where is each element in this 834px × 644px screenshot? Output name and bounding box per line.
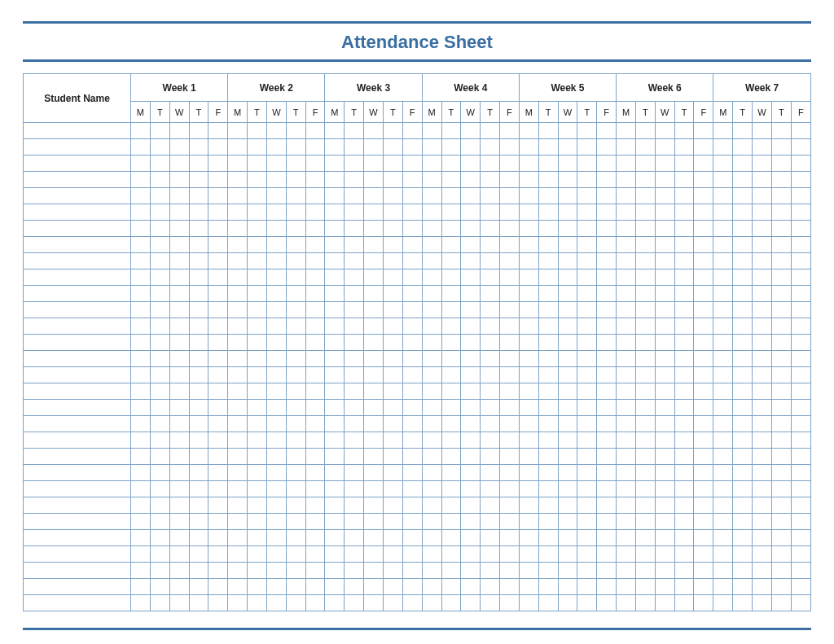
attendance-cell[interactable] xyxy=(577,432,597,449)
attendance-cell[interactable] xyxy=(461,335,481,351)
attendance-cell[interactable] xyxy=(635,221,655,237)
attendance-cell[interactable] xyxy=(266,269,286,286)
attendance-cell[interactable] xyxy=(383,400,402,416)
attendance-cell[interactable] xyxy=(208,123,228,139)
attendance-cell[interactable] xyxy=(305,579,325,595)
attendance-cell[interactable] xyxy=(169,465,189,481)
attendance-cell[interactable] xyxy=(286,595,305,611)
attendance-cell[interactable] xyxy=(131,351,151,367)
attendance-cell[interactable] xyxy=(694,367,713,383)
attendance-cell[interactable] xyxy=(481,253,500,269)
attendance-cell[interactable] xyxy=(305,253,325,269)
attendance-cell[interactable] xyxy=(753,595,772,611)
attendance-cell[interactable] xyxy=(345,335,364,351)
attendance-cell[interactable] xyxy=(383,514,402,530)
attendance-cell[interactable] xyxy=(617,497,636,514)
attendance-cell[interactable] xyxy=(286,335,305,351)
attendance-cell[interactable] xyxy=(248,269,267,286)
attendance-cell[interactable] xyxy=(617,253,636,269)
attendance-cell[interactable] xyxy=(345,367,364,383)
attendance-cell[interactable] xyxy=(771,595,791,611)
attendance-cell[interactable] xyxy=(733,172,753,188)
attendance-cell[interactable] xyxy=(771,579,791,595)
attendance-cell[interactable] xyxy=(402,188,422,204)
attendance-cell[interactable] xyxy=(248,579,267,595)
attendance-cell[interactable] xyxy=(305,546,325,563)
attendance-cell[interactable] xyxy=(753,400,772,416)
attendance-cell[interactable] xyxy=(364,204,384,221)
attendance-cell[interactable] xyxy=(228,530,248,546)
attendance-cell[interactable] xyxy=(674,432,694,449)
attendance-cell[interactable] xyxy=(655,204,674,221)
attendance-cell[interactable] xyxy=(597,302,617,318)
attendance-cell[interactable] xyxy=(266,546,286,563)
attendance-cell[interactable] xyxy=(402,595,422,611)
attendance-cell[interactable] xyxy=(597,139,617,156)
attendance-cell[interactable] xyxy=(383,351,402,367)
attendance-cell[interactable] xyxy=(266,530,286,546)
attendance-cell[interactable] xyxy=(305,432,325,449)
attendance-cell[interactable] xyxy=(383,286,402,302)
attendance-cell[interactable] xyxy=(189,465,208,481)
attendance-cell[interactable] xyxy=(150,449,169,465)
student-name-cell[interactable] xyxy=(24,172,131,188)
attendance-cell[interactable] xyxy=(131,432,151,449)
attendance-cell[interactable] xyxy=(538,563,558,579)
attendance-cell[interactable] xyxy=(228,514,248,530)
attendance-cell[interactable] xyxy=(753,335,772,351)
attendance-cell[interactable] xyxy=(248,416,267,432)
attendance-cell[interactable] xyxy=(364,335,384,351)
student-name-cell[interactable] xyxy=(24,497,131,514)
student-name-cell[interactable] xyxy=(24,579,131,595)
attendance-cell[interactable] xyxy=(266,188,286,204)
attendance-cell[interactable] xyxy=(422,595,441,611)
attendance-cell[interactable] xyxy=(461,546,481,563)
attendance-cell[interactable] xyxy=(461,269,481,286)
attendance-cell[interactable] xyxy=(150,367,169,383)
attendance-cell[interactable] xyxy=(305,204,325,221)
attendance-cell[interactable] xyxy=(558,335,577,351)
attendance-cell[interactable] xyxy=(771,302,791,318)
attendance-cell[interactable] xyxy=(325,465,345,481)
attendance-cell[interactable] xyxy=(345,221,364,237)
attendance-cell[interactable] xyxy=(286,221,305,237)
attendance-cell[interactable] xyxy=(266,400,286,416)
attendance-cell[interactable] xyxy=(461,449,481,465)
attendance-cell[interactable] xyxy=(713,123,733,139)
attendance-cell[interactable] xyxy=(364,367,384,383)
attendance-cell[interactable] xyxy=(441,400,461,416)
attendance-cell[interactable] xyxy=(674,514,694,530)
attendance-cell[interactable] xyxy=(325,449,345,465)
student-name-cell[interactable] xyxy=(24,204,131,221)
attendance-cell[interactable] xyxy=(169,172,189,188)
attendance-cell[interactable] xyxy=(266,302,286,318)
attendance-cell[interactable] xyxy=(402,416,422,432)
attendance-cell[interactable] xyxy=(364,139,384,156)
attendance-cell[interactable] xyxy=(422,302,441,318)
attendance-cell[interactable] xyxy=(286,530,305,546)
attendance-cell[interactable] xyxy=(694,286,713,302)
attendance-cell[interactable] xyxy=(500,286,520,302)
attendance-cell[interactable] xyxy=(771,286,791,302)
attendance-cell[interactable] xyxy=(558,546,577,563)
attendance-cell[interactable] xyxy=(791,465,810,481)
attendance-cell[interactable] xyxy=(713,156,733,172)
attendance-cell[interactable] xyxy=(422,465,441,481)
attendance-cell[interactable] xyxy=(655,221,674,237)
attendance-cell[interactable] xyxy=(131,416,151,432)
attendance-cell[interactable] xyxy=(577,188,597,204)
attendance-cell[interactable] xyxy=(577,302,597,318)
attendance-cell[interactable] xyxy=(286,123,305,139)
attendance-cell[interactable] xyxy=(538,269,558,286)
attendance-cell[interactable] xyxy=(577,400,597,416)
attendance-cell[interactable] xyxy=(753,579,772,595)
attendance-cell[interactable] xyxy=(597,579,617,595)
attendance-cell[interactable] xyxy=(441,269,461,286)
attendance-cell[interactable] xyxy=(635,530,655,546)
attendance-cell[interactable] xyxy=(733,221,753,237)
attendance-cell[interactable] xyxy=(131,123,151,139)
attendance-cell[interactable] xyxy=(538,123,558,139)
attendance-cell[interactable] xyxy=(305,302,325,318)
attendance-cell[interactable] xyxy=(286,400,305,416)
attendance-cell[interactable] xyxy=(733,318,753,335)
